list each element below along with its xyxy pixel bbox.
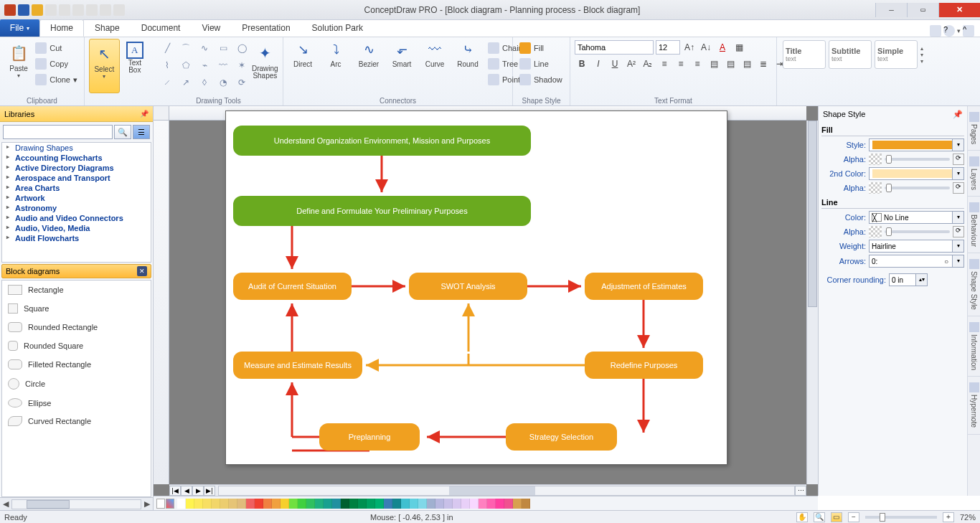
help-icon[interactable]: ? bbox=[943, 25, 955, 37]
fill-alpha-slider[interactable] bbox=[885, 158, 950, 161]
align-right-button[interactable]: ≡ bbox=[690, 57, 705, 70]
page-first-icon[interactable]: |◀ bbox=[169, 486, 181, 496]
styles-down-icon[interactable]: ▾ bbox=[920, 52, 923, 58]
bullets-button[interactable]: ≣ bbox=[756, 57, 771, 70]
shape-item[interactable]: Square bbox=[2, 299, 151, 318]
fill-style-dropdown[interactable]: ▾ bbox=[869, 138, 964, 151]
drawing-shapes-button[interactable]: ✦ Drawing Shapes bbox=[250, 39, 280, 93]
font-color-icon[interactable]: A bbox=[715, 41, 730, 54]
tree-item[interactable]: Active Directory Diagrams bbox=[2, 163, 151, 173]
align-bottom-button[interactable]: ▤ bbox=[740, 57, 754, 70]
superscript-button[interactable]: A² bbox=[624, 57, 639, 70]
palette-swatch[interactable] bbox=[358, 499, 367, 509]
palette-swatch[interactable] bbox=[375, 499, 384, 509]
qat-icon[interactable] bbox=[113, 4, 125, 16]
left-hscroll[interactable]: ◀ ▶ bbox=[0, 497, 153, 510]
cut-button[interactable]: Cut bbox=[33, 40, 80, 56]
diagram-node[interactable]: Define and Formulate Your Preliminary Pu… bbox=[233, 196, 531, 226]
palette-swatch[interactable] bbox=[453, 499, 461, 509]
view-mode-button[interactable]: ☰ bbox=[133, 125, 150, 139]
palette-swatch[interactable] bbox=[315, 499, 324, 509]
tab-presentation[interactable]: Presentation bbox=[231, 19, 301, 37]
diagram-node[interactable]: Audit of Current Situation bbox=[233, 273, 352, 300]
italic-button[interactable]: I bbox=[591, 57, 606, 70]
subscript-button[interactable]: A₂ bbox=[641, 57, 655, 70]
palette-swatch[interactable] bbox=[263, 499, 272, 509]
palette-swatch[interactable] bbox=[479, 499, 487, 509]
palette-swatch[interactable] bbox=[332, 499, 341, 509]
palette-swatch[interactable] bbox=[220, 499, 229, 509]
shadow-button[interactable]: Shadow bbox=[517, 72, 565, 88]
palette-swatch[interactable] bbox=[246, 499, 255, 509]
connector-round[interactable]: ⤷Round bbox=[453, 39, 483, 88]
tab-home[interactable]: Home bbox=[39, 19, 84, 37]
palette-swatch[interactable] bbox=[194, 499, 203, 509]
palette-swatch[interactable] bbox=[418, 499, 427, 509]
qat-icon[interactable] bbox=[45, 4, 57, 16]
palette-swatch[interactable] bbox=[324, 499, 332, 509]
polyline-tool[interactable]: ⌇ bbox=[159, 57, 176, 73]
fit-page-icon[interactable]: ▭ bbox=[831, 512, 842, 522]
close-section-icon[interactable]: ✕ bbox=[137, 266, 147, 276]
scrollbar-thumb[interactable] bbox=[449, 486, 535, 495]
arc-tool[interactable]: ⌒ bbox=[177, 40, 194, 56]
diagram-node[interactable]: Strategy Selection bbox=[506, 423, 617, 451]
line-tool[interactable]: ╱ bbox=[159, 40, 176, 56]
tree-item[interactable]: Astronomy bbox=[2, 203, 151, 213]
libraries-tree[interactable]: Drawing ShapesAccounting FlowchartsActiv… bbox=[1, 142, 151, 263]
text-box-button[interactable]: A Text Box bbox=[120, 39, 150, 93]
tree-item[interactable]: Audio, Video, Media bbox=[2, 223, 151, 233]
style-subtitle[interactable]: Subtitletext bbox=[829, 40, 872, 69]
palette-swatch[interactable] bbox=[487, 499, 496, 509]
search-button[interactable]: 🔍 bbox=[114, 125, 131, 139]
block-diagrams-header[interactable]: Block diagrams ✕ bbox=[1, 264, 151, 278]
style-title[interactable]: Titletext bbox=[783, 40, 826, 69]
underline-button[interactable]: U bbox=[608, 57, 622, 70]
drawing-page[interactable]: Understand Organization Environment, Mis… bbox=[225, 110, 727, 465]
diagram-node[interactable]: Measure and Estimate Results bbox=[233, 352, 362, 379]
tree-item[interactable]: Accounting Flowcharts bbox=[2, 153, 151, 163]
palette-swatch[interactable] bbox=[186, 499, 194, 509]
palette-swatch[interactable] bbox=[392, 499, 401, 509]
shape-item[interactable]: Ellipse bbox=[2, 394, 151, 412]
zoom-slider[interactable] bbox=[865, 516, 937, 519]
fill-2nd-color-dropdown[interactable]: ▾ bbox=[869, 167, 964, 180]
tab-document[interactable]: Document bbox=[131, 19, 192, 37]
scrollbar-thumb[interactable] bbox=[808, 121, 817, 307]
arrows-dropdown[interactable]: 0:○▾ bbox=[869, 255, 964, 268]
palette-swatch[interactable] bbox=[367, 499, 375, 509]
tab-pages[interactable]: Pages bbox=[968, 106, 980, 151]
palette-swatch[interactable] bbox=[401, 499, 410, 509]
tab-behaviour[interactable]: Behaviour bbox=[968, 197, 980, 253]
palette-swatch[interactable] bbox=[410, 499, 418, 509]
tree-item[interactable]: Audio and Video Connectors bbox=[2, 213, 151, 223]
tab-shape[interactable]: Shape bbox=[84, 19, 131, 37]
page-next-icon[interactable]: ▶ bbox=[192, 486, 204, 496]
zoom-select-icon[interactable]: 🔍 bbox=[814, 512, 825, 522]
chain-tool[interactable]: ⌁ bbox=[196, 57, 213, 73]
connector-bezier[interactable]: ∿Bezier bbox=[354, 39, 384, 88]
qat-icon[interactable] bbox=[86, 4, 98, 16]
font-size-select[interactable] bbox=[656, 40, 680, 55]
tree-item[interactable]: Artwork bbox=[2, 193, 151, 203]
alpha-reset-icon[interactable]: ⟳ bbox=[953, 182, 964, 194]
shape-item[interactable]: Rectangle bbox=[2, 281, 151, 299]
polygon-tool[interactable]: ⬠ bbox=[177, 57, 194, 73]
palette-swatch[interactable] bbox=[470, 499, 479, 509]
palette-swatch[interactable] bbox=[306, 499, 315, 509]
pie-tool[interactable]: ◔ bbox=[215, 75, 232, 90]
palette-swatch[interactable] bbox=[461, 499, 470, 509]
palette-swatch[interactable] bbox=[341, 499, 349, 509]
clone-button[interactable]: Clone ▾ bbox=[33, 72, 80, 88]
connector-arc[interactable]: ⤵Arc bbox=[321, 39, 351, 88]
palette-swatch[interactable] bbox=[237, 499, 246, 509]
shrink-font-icon[interactable]: A↓ bbox=[699, 41, 713, 54]
styles-more-icon[interactable]: ▾ bbox=[920, 58, 923, 65]
page-last-icon[interactable]: ▶| bbox=[204, 486, 215, 496]
zoom-in-button[interactable]: + bbox=[943, 512, 954, 522]
scroll-right-icon[interactable]: ▶ bbox=[141, 499, 153, 509]
tab-shape-style[interactable]: Shape Style bbox=[968, 253, 980, 316]
rect-tool[interactable]: ▭ bbox=[215, 40, 232, 56]
close-button[interactable]: ✕ bbox=[938, 3, 980, 17]
palette-swatch[interactable] bbox=[229, 499, 237, 509]
